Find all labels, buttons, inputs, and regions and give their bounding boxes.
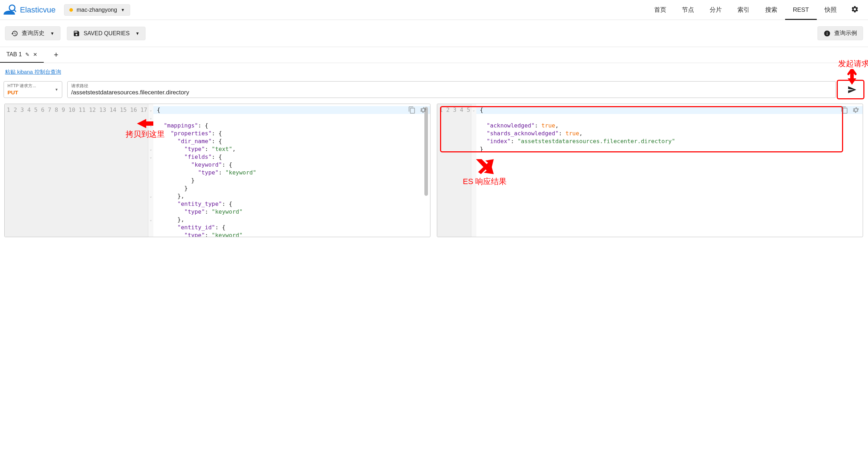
request-row: HTTP 请求方... PUT ▼ 请求路径 <box>0 79 868 101</box>
elasticvue-logo-icon <box>2 3 16 17</box>
svg-point-3 <box>827 32 827 32</box>
http-method-value: PUT <box>7 89 36 96</box>
editors-row: 拷贝到这里 1 2 3 4 5 6 7 8 9 10 11 12 13 14 1… <box>0 101 868 241</box>
kibana-paste-link[interactable]: 粘贴 kibana 控制台查询 <box>5 69 61 75</box>
settings-button[interactable] <box>845 5 865 15</box>
annotation-copy-text: 拷贝到这里 <box>126 129 165 140</box>
nav-shards[interactable]: 分片 <box>702 0 730 20</box>
annotation-copy-here: 拷贝到这里 <box>126 118 165 140</box>
svg-rect-6 <box>850 70 854 78</box>
cluster-name: mac-zhangyong <box>76 7 117 13</box>
brand-name: Elasticvue <box>20 5 55 15</box>
navbar: Elasticvue mac-zhangyong ▼ 首页 节点 分片 索引 搜… <box>0 0 868 20</box>
nav-home[interactable]: 首页 <box>646 0 674 20</box>
info-icon <box>824 30 831 37</box>
http-method-select[interactable]: HTTP 请求方... PUT ▼ <box>4 81 62 98</box>
nav-links: 首页 节点 分片 索引 搜索 REST 快照 <box>646 0 865 20</box>
pencil-icon[interactable]: ✎ <box>25 52 30 57</box>
nav-indices[interactable]: 索引 <box>730 0 757 20</box>
chevron-down-icon: ▼ <box>135 31 139 36</box>
request-editor-actions <box>408 106 427 114</box>
save-icon <box>73 30 80 37</box>
request-body-editor[interactable]: 拷贝到这里 1 2 3 4 5 6 7 8 9 10 11 12 13 14 1… <box>4 104 430 237</box>
gear-icon[interactable] <box>419 106 427 114</box>
http-method-label: HTTP 请求方... <box>7 83 36 89</box>
svg-point-0 <box>9 5 15 11</box>
send-icon <box>847 85 857 94</box>
annotation-response-text: ES 响应结果 <box>463 176 507 187</box>
brand[interactable]: Elasticvue <box>0 3 64 17</box>
response-editor: ES 响应结果 1 2 3 4 5 ⌄ { "acknowledged": tr… <box>437 104 863 237</box>
arrow-icon <box>137 118 153 129</box>
close-icon[interactable]: ✕ <box>33 52 37 57</box>
copy-icon[interactable] <box>408 106 416 114</box>
tab-1[interactable]: TAB 1 ✎ ✕ <box>0 47 44 63</box>
code-content[interactable]: { "mappings": { "properties": { "dir_nam… <box>153 104 430 237</box>
svg-line-1 <box>14 10 16 12</box>
gear-icon[interactable] <box>852 106 860 114</box>
saved-queries-label: SAVED QUERIES <box>84 30 130 37</box>
chevron-down-icon: ▼ <box>55 88 58 92</box>
nav-search[interactable]: 搜索 <box>757 0 785 20</box>
svg-marker-7 <box>137 119 153 128</box>
svg-rect-4 <box>827 33 827 35</box>
scrollbar-thumb[interactable] <box>424 107 428 196</box>
arrow-icon <box>476 159 494 174</box>
svg-marker-5 <box>848 78 856 85</box>
code-content: { "acknowledged": true, "shards_acknowle… <box>476 104 863 237</box>
query-examples-label: 查询示例 <box>834 30 857 37</box>
nav-nodes[interactable]: 节点 <box>674 0 702 20</box>
response-editor-actions <box>841 106 860 114</box>
tab-bar: TAB 1 ✎ ✕ + <box>0 47 868 63</box>
nav-snapshots[interactable]: 快照 <box>817 0 845 20</box>
query-history-label: 查询历史 <box>22 30 44 37</box>
request-path-label: 请求路径 <box>71 83 832 89</box>
annotation-send-text: 发起请求 <box>838 58 868 69</box>
arrow-icon <box>846 69 858 85</box>
add-tab-button[interactable]: + <box>47 50 65 59</box>
chevron-down-icon: ▼ <box>121 7 125 12</box>
copy-icon[interactable] <box>841 106 848 114</box>
saved-queries-button[interactable]: SAVED QUERIES ▼ <box>67 27 145 40</box>
annotation-response: ES 响应结果 <box>463 159 507 187</box>
annotation-send: 发起请求 <box>838 58 868 85</box>
query-history-button[interactable]: 查询历史 ▼ <box>5 26 60 40</box>
tab-label: TAB 1 <box>6 51 22 58</box>
history-icon <box>11 30 18 37</box>
cluster-selector[interactable]: mac-zhangyong ▼ <box>64 4 130 16</box>
cluster-status-dot-icon <box>69 8 73 12</box>
query-examples-button[interactable]: 查询示例 <box>817 26 863 40</box>
request-path-field[interactable]: 请求路径 <box>67 81 836 98</box>
kibana-paste-link-row: 粘贴 kibana 控制台查询 <box>0 63 868 79</box>
toolbar: 查询历史 ▼ SAVED QUERIES ▼ 查询示例 <box>0 20 868 47</box>
request-path-input[interactable] <box>71 89 832 96</box>
gear-icon <box>851 5 859 13</box>
chevron-down-icon: ▼ <box>50 31 54 36</box>
nav-rest[interactable]: REST <box>785 0 817 20</box>
